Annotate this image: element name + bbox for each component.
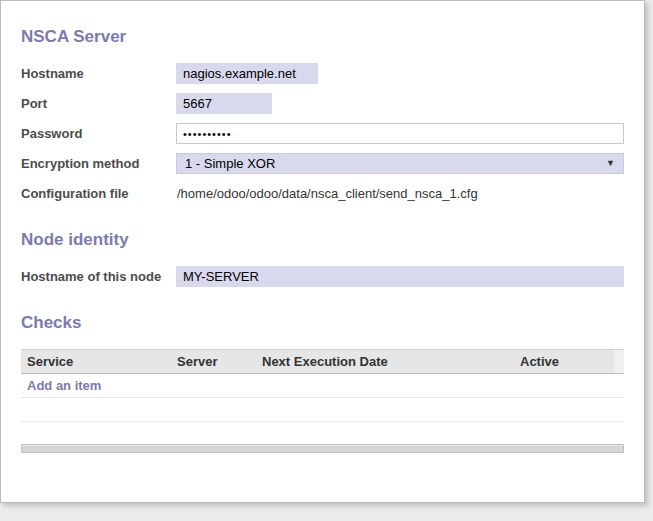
form-panel: NSCA Server Hostname Port Password Encry… [0, 0, 645, 503]
column-header-server: Server [171, 350, 256, 374]
form-content: NSCA Server Hostname Port Password Encry… [1, 1, 644, 453]
hostname-input[interactable] [176, 63, 318, 84]
checks-table-header-row: Service Server Next Execution Date Activ… [21, 350, 624, 374]
encryption-select[interactable]: 1 - Simple XOR ▼ [176, 153, 624, 174]
table-scrollbar-column [614, 350, 624, 374]
column-header-next-execution-date: Next Execution Date [256, 350, 514, 374]
section-title-nsca-server: NSCA Server [21, 27, 624, 47]
password-label: Password [21, 126, 176, 141]
encryption-label: Encryption method [21, 156, 176, 171]
password-input[interactable] [176, 123, 624, 144]
section-title-checks: Checks [21, 313, 624, 333]
section-title-node-identity: Node identity [21, 230, 624, 250]
hostname-label: Hostname [21, 66, 176, 81]
empty-table-row [21, 398, 624, 422]
row-node-hostname: Hostname of this node [21, 266, 624, 287]
port-input[interactable] [176, 93, 272, 114]
config-file-label: Configuration file [21, 186, 176, 201]
row-hostname: Hostname [21, 63, 624, 84]
row-config-file: Configuration file /home/odoo/odoo/data/… [21, 183, 624, 204]
row-encryption: Encryption method 1 - Simple XOR ▼ [21, 153, 624, 174]
node-hostname-label: Hostname of this node [21, 269, 176, 284]
encryption-selected-value: 1 - Simple XOR [183, 154, 606, 173]
row-password: Password [21, 123, 624, 144]
horizontal-scrollbar[interactable] [21, 444, 624, 453]
row-port: Port [21, 93, 624, 114]
column-header-active: Active [514, 350, 614, 374]
config-file-value: /home/odoo/odoo/data/nsca_client/send_ns… [176, 186, 478, 201]
node-hostname-input[interactable] [176, 266, 624, 287]
column-header-service: Service [21, 350, 171, 374]
chevron-down-icon: ▼ [606, 154, 617, 173]
checks-table: Service Server Next Execution Date Activ… [21, 349, 624, 422]
add-item-link[interactable]: Add an item [27, 378, 101, 393]
port-label: Port [21, 96, 176, 111]
add-item-row: Add an item [21, 374, 624, 398]
